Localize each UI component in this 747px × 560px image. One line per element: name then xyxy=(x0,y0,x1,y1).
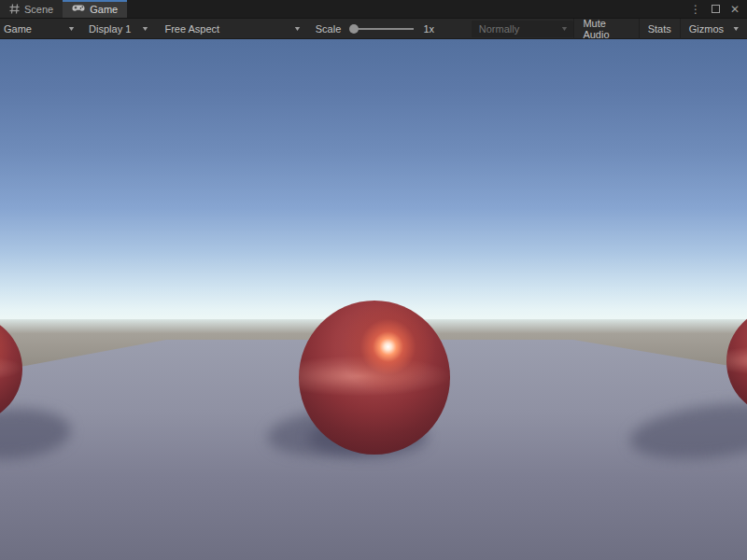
tab-bar: Scene Game ⋮ ✕ xyxy=(0,0,747,19)
display-label: Display 1 xyxy=(89,23,131,35)
sky-gradient xyxy=(0,39,747,321)
chevron-down-icon: ▼ xyxy=(140,25,148,32)
unity-game-panel: Scene Game ⋮ ✕ Game ▼ xyxy=(0,0,747,560)
display-target-label: Game xyxy=(4,23,32,35)
toolbar-right-group: Mute Audio Stats Gizmos ▼ xyxy=(573,19,747,39)
stats-label: Stats xyxy=(648,23,671,35)
tab-scene-label: Scene xyxy=(24,4,53,15)
chevron-down-icon: ▼ xyxy=(293,25,302,32)
aspect-ratio-dropdown[interactable]: Free Aspect ▼ xyxy=(153,19,305,39)
gizmos-dropdown[interactable]: Gizmos ▼ xyxy=(680,19,747,39)
mute-audio-label: Mute Audio xyxy=(583,18,629,40)
gizmos-label: Gizmos xyxy=(689,23,724,35)
mute-audio-button[interactable]: Mute Audio xyxy=(573,19,638,39)
maximize-icon[interactable] xyxy=(709,3,722,16)
tab-game-label: Game xyxy=(90,4,118,15)
tab-game[interactable]: Game xyxy=(63,0,127,18)
game-view-toolbar: Game ▼ Display 1 ▼ Free Aspect ▼ Scale 1… xyxy=(0,19,747,39)
chevron-down-icon: ▼ xyxy=(560,25,569,32)
display-target-dropdown[interactable]: Game ▼ xyxy=(0,19,80,39)
scale-slider-knob[interactable] xyxy=(349,24,359,34)
window-controls: ⋮ ✕ xyxy=(689,0,747,18)
scale-slider-track xyxy=(352,28,414,30)
close-icon[interactable]: ✕ xyxy=(728,3,741,16)
stats-button[interactable]: Stats xyxy=(639,19,680,39)
game-viewport[interactable] xyxy=(0,39,747,560)
tab-bar-spacer xyxy=(127,0,689,18)
scale-label: Scale xyxy=(316,23,342,35)
chevron-down-icon: ▼ xyxy=(732,25,743,32)
enter-play-mode-dropdown: Normally ▼ xyxy=(472,21,574,37)
tab-scene[interactable]: Scene xyxy=(0,0,63,18)
scale-value: 1x xyxy=(423,23,446,35)
enter-play-mode-label: Normally xyxy=(479,23,519,35)
kebab-menu-icon[interactable]: ⋮ xyxy=(689,3,702,16)
display-dropdown[interactable]: Display 1 ▼ xyxy=(80,19,153,39)
aspect-ratio-label: Free Aspect xyxy=(164,23,219,35)
chevron-down-icon: ▼ xyxy=(67,25,76,32)
center-red-sphere xyxy=(299,301,450,455)
scale-slider[interactable] xyxy=(348,19,417,39)
gamepad-icon xyxy=(72,5,85,13)
scene-grid-icon xyxy=(9,4,20,14)
